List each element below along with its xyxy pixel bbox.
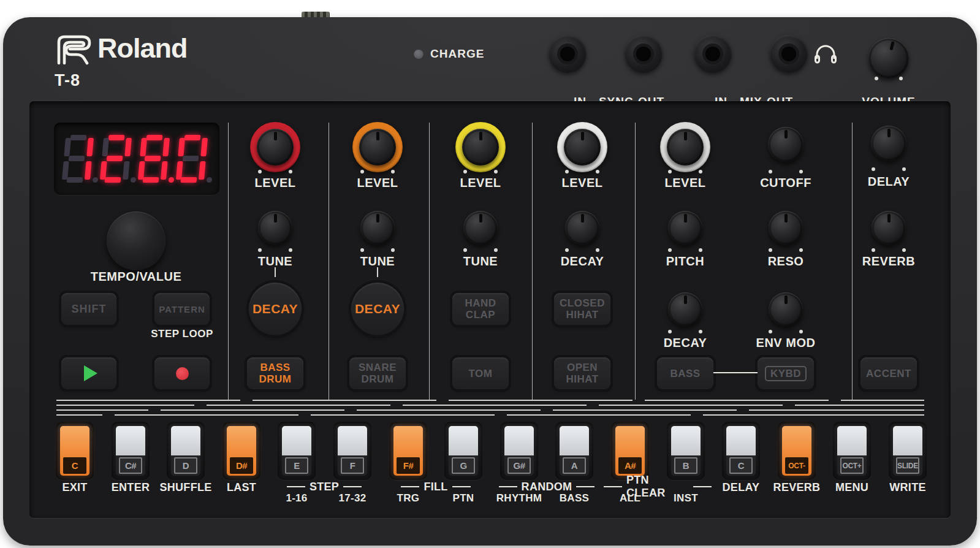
level-ring <box>352 122 403 172</box>
divider <box>429 123 430 400</box>
step-pad-f-sharp[interactable]: F# <box>389 422 427 480</box>
last-label: LAST <box>214 481 269 494</box>
bass-pitch-knob[interactable] <box>668 211 702 245</box>
bass-drum-decay-pad[interactable]: DECAY <box>249 283 302 335</box>
open-hihat-button[interactable]: OPENHIHAT <box>554 357 610 389</box>
cutoff-label: CUTOFF <box>737 176 835 190</box>
reverb-step-label: REVERB <box>769 481 824 494</box>
reverb-knob[interactable] <box>872 211 906 245</box>
step-pad-oct-plus[interactable]: OCT+ <box>833 422 871 480</box>
stripe-line <box>56 409 924 411</box>
level-label: LEVEL <box>431 176 530 190</box>
random-rhythm-label: RHYTHM <box>492 492 547 504</box>
step-c: C EXIT <box>56 422 94 508</box>
bass-drum-level-knob[interactable] <box>257 129 294 166</box>
roland-logo-icon: Roland <box>55 33 188 65</box>
random-group-label: RANDOM <box>498 481 596 492</box>
step-e: E 1-16 <box>278 422 316 508</box>
step-oct-plus: OCT+ MENU <box>833 422 871 508</box>
tom-tune-knob[interactable] <box>463 211 498 245</box>
step-oct-minus: OCT- REVERB <box>778 422 816 508</box>
random-bass-label: BASS <box>547 492 602 504</box>
step-loop-label: STEP LOOP <box>145 328 219 340</box>
step-pad-c[interactable]: C <box>56 422 94 480</box>
bass-drum-button[interactable]: BASSDRUM <box>247 357 303 389</box>
fill-trg-label: TRG <box>381 492 436 504</box>
stripe-line <box>56 405 924 406</box>
mix-out-jack[interactable] <box>770 35 808 73</box>
reso-knob[interactable] <box>769 211 803 245</box>
step-g: G PTN <box>444 422 482 508</box>
bass-button[interactable]: BASS <box>657 357 713 389</box>
divider <box>532 123 533 400</box>
knob-dots <box>840 248 938 252</box>
step-pad-f[interactable]: F <box>333 422 371 480</box>
record-button[interactable] <box>154 357 210 389</box>
snare-drum-tune-knob[interactable] <box>360 211 395 245</box>
snare-drum-decay-pad[interactable]: DECAY <box>351 283 404 335</box>
step-d: D SHUFFLE <box>167 422 205 508</box>
cutoff-knob[interactable] <box>768 127 803 162</box>
step-pad-a[interactable]: A <box>555 422 593 480</box>
step-pad-c2[interactable]: C <box>722 422 760 480</box>
pattern-button[interactable]: PATTERN <box>154 293 210 325</box>
env-mod-knob[interactable] <box>769 292 803 327</box>
sync-in-jack[interactable] <box>549 35 587 73</box>
level-ring <box>455 122 506 172</box>
play-button[interactable] <box>61 357 116 389</box>
knob-dots <box>431 248 530 252</box>
step-pad-slide[interactable]: SLIDE <box>889 422 927 480</box>
seven-seg-digits <box>64 135 216 183</box>
level-label: LEVEL <box>636 176 734 190</box>
hand-clap-button[interactable]: HANDCLAP <box>452 293 509 325</box>
volume-knob-dots <box>840 77 938 80</box>
accent-button[interactable]: ACCENT <box>860 357 917 389</box>
play-icon <box>84 365 97 381</box>
fill-group-label: FILL <box>387 481 485 492</box>
hihat-decay-knob[interactable] <box>565 211 599 245</box>
bass-decay-knob[interactable] <box>668 292 702 327</box>
shuffle-label: SHUFFLE <box>158 481 213 494</box>
level-ring <box>250 122 300 172</box>
bass-drum-tune-knob[interactable] <box>258 211 292 245</box>
hihat-level-knob[interactable] <box>564 129 601 166</box>
decay-label: DECAY <box>636 336 734 350</box>
step-pad-g-sharp[interactable]: G# <box>500 422 538 480</box>
knob-dots <box>636 170 734 173</box>
step-pad-d-sharp[interactable]: D# <box>222 422 260 480</box>
knob-dots <box>636 248 734 252</box>
shift-button[interactable]: SHIFT <box>61 293 116 325</box>
step-pad-c-sharp[interactable]: C# <box>112 422 150 480</box>
volume-knob[interactable] <box>868 38 909 78</box>
tom-button[interactable]: TOM <box>452 357 509 389</box>
kybd-button[interactable]: KYBD <box>758 357 814 389</box>
tempo-display <box>54 123 219 195</box>
level-label: LEVEL <box>329 176 427 190</box>
step-pad-oct-minus[interactable]: OCT- <box>778 422 816 480</box>
delay-knob[interactable] <box>871 126 906 161</box>
snare-drum-button[interactable]: SNAREDRUM <box>349 357 406 389</box>
level-label: LEVEL <box>533 176 631 190</box>
knob-dots <box>737 248 835 252</box>
sync-out-jack[interactable] <box>625 35 663 73</box>
delay-step-label: DELAY <box>713 481 769 494</box>
bass-kybd-connector <box>713 372 758 373</box>
tune-label: TUNE <box>226 254 324 268</box>
knob-dots <box>226 170 324 173</box>
bass-level-knob[interactable] <box>667 129 704 166</box>
closed-hihat-button[interactable]: CLOSEDHIHAT <box>554 293 610 325</box>
tom-level-knob[interactable] <box>462 129 499 166</box>
headphones-icon <box>813 45 838 65</box>
step-f-sharp: F# TRG <box>389 422 427 508</box>
step-pad-a-sharp[interactable]: A# <box>611 422 649 480</box>
step-pad-e[interactable]: E <box>278 422 316 480</box>
step-pad-g[interactable]: G <box>444 422 482 480</box>
tempo-value-knob[interactable] <box>107 211 165 270</box>
snare-drum-level-knob[interactable] <box>359 129 396 166</box>
step-pad-d[interactable]: D <box>167 422 205 480</box>
write-label: WRITE <box>880 481 935 494</box>
mix-in-jack[interactable] <box>694 35 732 73</box>
step-pad-b[interactable]: B <box>667 422 705 480</box>
step-1-16-label: 1-16 <box>269 492 324 504</box>
control-panel: TEMPO/VALUE SHIFT PATTERN STEP LOOP LEVE… <box>29 101 951 518</box>
